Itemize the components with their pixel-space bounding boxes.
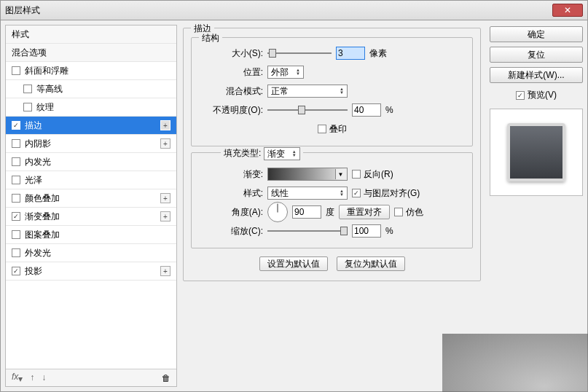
checkbox-icon[interactable] bbox=[12, 248, 20, 257]
blend-options-header[interactable]: 混合选项 bbox=[6, 44, 176, 62]
group-legend-structure: 结构 bbox=[199, 32, 222, 44]
style-row-9[interactable]: 图案叠加 bbox=[6, 226, 176, 244]
structure-group: 结构 大小(S): 3 像素 位置: 外部▲▼ 混合模式: 正常▲▼ 不透明度(… bbox=[191, 37, 473, 146]
checkbox-icon[interactable] bbox=[12, 66, 20, 75]
new-style-button[interactable]: 新建样式(W)... bbox=[490, 67, 583, 83]
grad-style-select[interactable]: 线性▲▼ bbox=[267, 187, 348, 200]
up-icon[interactable]: ↑ bbox=[30, 372, 34, 383]
size-slider[interactable] bbox=[267, 47, 332, 59]
dither-checkbox[interactable]: 仿色 bbox=[394, 206, 423, 219]
position-select[interactable]: 外部▲▼ bbox=[267, 66, 304, 79]
size-unit: 像素 bbox=[369, 47, 387, 60]
style-label: 等高线 bbox=[36, 83, 63, 95]
scale-input[interactable]: 100 bbox=[352, 224, 381, 238]
styles-header[interactable]: 样式 bbox=[6, 26, 176, 44]
options-panel: 描边 结构 大小(S): 3 像素 位置: 外部▲▼ 混合模式: 正常▲▼ bbox=[181, 25, 485, 387]
window-title: 图层样式 bbox=[5, 4, 40, 17]
reset-align-button[interactable]: 重置对齐 bbox=[339, 205, 390, 219]
style-label: 光泽 bbox=[25, 174, 42, 187]
stroke-group: 描边 结构 大小(S): 3 像素 位置: 外部▲▼ 混合模式: 正常▲▼ bbox=[183, 28, 481, 281]
chevron-down-icon[interactable]: ▼ bbox=[335, 169, 345, 179]
align-checkbox[interactable]: ✓与图层对齐(G) bbox=[352, 187, 420, 200]
down-icon[interactable]: ↓ bbox=[42, 372, 46, 383]
angle-input[interactable]: 90 bbox=[292, 205, 321, 219]
add-icon[interactable]: + bbox=[160, 193, 170, 203]
style-row-2[interactable]: 纹理 bbox=[6, 98, 176, 117]
gradient-label: 渐变: bbox=[199, 168, 263, 181]
style-label: 颜色叠加 bbox=[25, 192, 60, 205]
ok-button[interactable]: 确定 bbox=[490, 26, 583, 42]
opacity-slider[interactable] bbox=[267, 104, 348, 116]
styles-list: 样式 混合选项 斜面和浮雕等高线纹理✓描边+内阴影+内发光光泽颜色叠加+✓渐变叠… bbox=[6, 26, 176, 369]
style-label: 内发光 bbox=[25, 156, 51, 168]
style-row-0[interactable]: 斜面和浮雕 bbox=[6, 62, 176, 80]
style-row-10[interactable]: 外发光 bbox=[6, 244, 176, 262]
style-row-3[interactable]: ✓描边+ bbox=[6, 117, 176, 135]
titlebar: 图层样式 ✕ bbox=[0, 0, 588, 20]
add-icon[interactable]: + bbox=[160, 138, 170, 149]
scale-slider[interactable] bbox=[267, 225, 348, 237]
style-row-6[interactable]: 光泽 bbox=[6, 171, 176, 189]
add-icon[interactable]: + bbox=[160, 211, 170, 222]
fx-icon[interactable]: fx▾ bbox=[12, 372, 23, 384]
style-label: 投影 bbox=[25, 265, 42, 278]
style-row-11[interactable]: ✓投影+ bbox=[6, 262, 176, 281]
angle-dial[interactable] bbox=[267, 202, 288, 222]
angle-label: 角度(A): bbox=[199, 206, 263, 219]
close-button[interactable]: ✕ bbox=[552, 4, 583, 17]
style-label: 内阴影 bbox=[25, 138, 51, 150]
style-label: 外发光 bbox=[25, 247, 51, 259]
style-label: 描边 bbox=[25, 119, 42, 132]
size-input[interactable]: 3 bbox=[336, 47, 365, 60]
add-icon[interactable]: + bbox=[160, 266, 170, 276]
size-label: 大小(S): bbox=[199, 47, 263, 60]
scale-label: 缩放(C): bbox=[199, 225, 263, 238]
checkbox-icon[interactable]: ✓ bbox=[12, 121, 20, 130]
style-row-4[interactable]: 内阴影+ bbox=[6, 135, 176, 153]
checkbox-icon[interactable] bbox=[12, 176, 20, 184]
overprint-checkbox[interactable]: 叠印 bbox=[318, 123, 347, 136]
style-row-8[interactable]: ✓渐变叠加+ bbox=[6, 208, 176, 226]
trash-icon[interactable]: 🗑 bbox=[162, 373, 170, 383]
style-row-5[interactable]: 内发光 bbox=[6, 153, 176, 171]
scale-unit: % bbox=[385, 226, 393, 236]
position-label: 位置: bbox=[199, 66, 263, 79]
checkbox-icon[interactable] bbox=[23, 85, 32, 93]
preview-box bbox=[490, 109, 583, 196]
style-label: 图案叠加 bbox=[25, 229, 60, 241]
checkbox-icon[interactable] bbox=[12, 139, 20, 148]
style-row-1[interactable]: 等高线 bbox=[6, 80, 176, 98]
angle-unit: 度 bbox=[326, 206, 334, 219]
preview-checkbox[interactable]: ✓预览(V) bbox=[490, 89, 583, 101]
add-icon[interactable]: + bbox=[160, 120, 170, 130]
styles-footer: fx▾ ↑ ↓ 🗑 bbox=[6, 369, 176, 386]
reset-default-button[interactable]: 复位为默认值 bbox=[337, 256, 405, 271]
blendmode-label: 混合模式: bbox=[199, 85, 263, 98]
close-icon: ✕ bbox=[564, 5, 571, 15]
fill-group: 填充类型: 渐变▲▼ 渐变: ▼ 反向(R) 样式: 线性▲▼ ✓与图层对齐(G… bbox=[191, 152, 473, 248]
fill-type-select[interactable]: 渐变▲▼ bbox=[264, 147, 300, 160]
opacity-input[interactable]: 40 bbox=[352, 103, 381, 117]
reverse-checkbox[interactable]: 反向(R) bbox=[352, 168, 393, 181]
checkbox-icon[interactable] bbox=[12, 230, 20, 239]
opacity-unit: % bbox=[385, 105, 393, 115]
style-row-7[interactable]: 颜色叠加+ bbox=[6, 189, 176, 208]
make-default-button[interactable]: 设置为默认值 bbox=[259, 256, 328, 271]
blendmode-select[interactable]: 正常▲▼ bbox=[267, 85, 348, 98]
grad-style-label: 样式: bbox=[199, 187, 263, 200]
checkbox-icon[interactable] bbox=[12, 157, 20, 166]
style-label: 斜面和浮雕 bbox=[25, 65, 68, 77]
opacity-label: 不透明度(O): bbox=[199, 104, 263, 117]
dialog-body: 样式 混合选项 斜面和浮雕等高线纹理✓描边+内阴影+内发光光泽颜色叠加+✓渐变叠… bbox=[0, 20, 588, 392]
reset-button[interactable]: 复位 bbox=[490, 47, 583, 63]
styles-panel: 样式 混合选项 斜面和浮雕等高线纹理✓描边+内阴影+内发光光泽颜色叠加+✓渐变叠… bbox=[5, 25, 177, 387]
preview-swatch bbox=[507, 123, 565, 181]
style-label: 渐变叠加 bbox=[25, 211, 60, 223]
checkbox-icon[interactable] bbox=[23, 103, 32, 111]
checkbox-icon[interactable]: ✓ bbox=[12, 212, 20, 221]
fill-type-row: 填充类型: 渐变▲▼ bbox=[221, 147, 303, 160]
checkbox-icon[interactable] bbox=[12, 194, 20, 203]
gradient-picker[interactable]: ▼ bbox=[267, 168, 348, 181]
checkbox-icon[interactable]: ✓ bbox=[12, 267, 20, 275]
style-label: 纹理 bbox=[36, 101, 54, 114]
